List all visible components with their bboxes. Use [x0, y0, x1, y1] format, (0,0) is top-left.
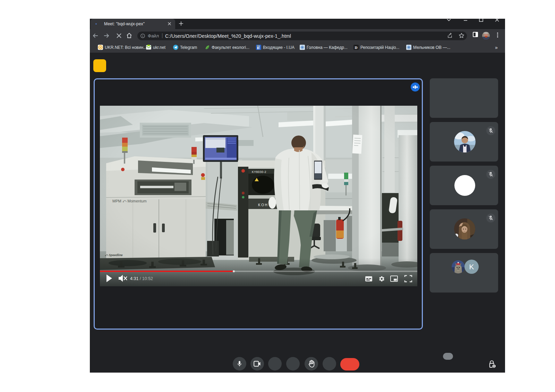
svg-text:4:31 / 10:52: 4:31 / 10:52 — [130, 276, 153, 281]
svg-text:D: D — [355, 45, 358, 50]
